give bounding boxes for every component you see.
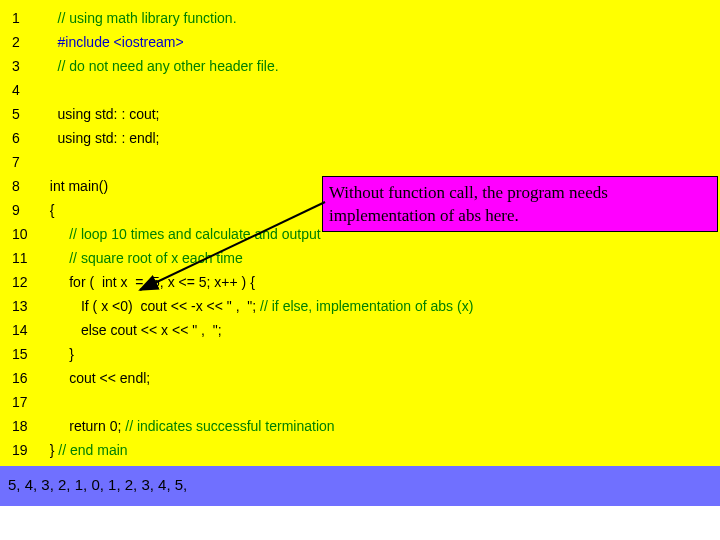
code-text: [42, 390, 720, 414]
code-line: 16 cout << endl;: [0, 366, 720, 390]
code-line: 5 using std: : cout;: [0, 102, 720, 126]
code-text: }: [42, 342, 720, 366]
code-text: return 0; // indicates successful termin…: [42, 414, 720, 438]
code-line: 13 If ( x <0) cout << -x << " , "; // if…: [0, 294, 720, 318]
code-line: 11 // square root of x each time: [0, 246, 720, 270]
code-text: // using math library function.: [42, 6, 720, 30]
code-line: 17: [0, 390, 720, 414]
code-text: #include <iostream>: [42, 30, 720, 54]
code-text: using std: : cout;: [42, 102, 720, 126]
code-line: 2 #include <iostream>: [0, 30, 720, 54]
output-block: 5, 4, 3, 2, 1, 0, 1, 2, 3, 4, 5,: [0, 466, 720, 506]
code-text: [42, 78, 720, 102]
code-text: // square root of x each time: [42, 246, 720, 270]
code-line: 1 // using math library function.: [0, 6, 720, 30]
callout-line1: Without function call, the program needs: [329, 181, 711, 204]
code-text: If ( x <0) cout << -x << " , "; // if el…: [42, 294, 720, 318]
code-line: 19 } // end main: [0, 438, 720, 462]
code-line: 18 return 0; // indicates successful ter…: [0, 414, 720, 438]
code-block: 1 // using math library function. 2 #inc…: [0, 0, 720, 466]
callout-box: Without function call, the program needs…: [322, 176, 718, 232]
lineno: 10: [0, 222, 42, 246]
lineno: 15: [0, 342, 42, 366]
lineno: 14: [0, 318, 42, 342]
code-line: 7: [0, 150, 720, 174]
code-text: cout << endl;: [42, 366, 720, 390]
lineno: 19: [0, 438, 42, 462]
lineno: 1: [0, 6, 42, 30]
code-text: else cout << x << " , ";: [42, 318, 720, 342]
code-text: // do not need any other header file.: [42, 54, 720, 78]
lineno: 16: [0, 366, 42, 390]
code-text: } // end main: [42, 438, 720, 462]
lineno: 17: [0, 390, 42, 414]
lineno: 7: [0, 150, 42, 174]
lineno: 9: [0, 198, 42, 222]
code-line: 4: [0, 78, 720, 102]
lineno: 4: [0, 78, 42, 102]
lineno: 3: [0, 54, 42, 78]
lineno: 13: [0, 294, 42, 318]
code-text: [42, 150, 720, 174]
lineno: 2: [0, 30, 42, 54]
lineno: 8: [0, 174, 42, 198]
lineno: 18: [0, 414, 42, 438]
code-line: 15 }: [0, 342, 720, 366]
lineno: 12: [0, 270, 42, 294]
lineno: 6: [0, 126, 42, 150]
lineno: 5: [0, 102, 42, 126]
lineno: 11: [0, 246, 42, 270]
code-line: 3 // do not need any other header file.: [0, 54, 720, 78]
code-text: using std: : endl;: [42, 126, 720, 150]
code-line: 12 for ( int x = -5; x <= 5; x++ ) {: [0, 270, 720, 294]
code-text: for ( int x = -5; x <= 5; x++ ) {: [42, 270, 720, 294]
code-line: 14 else cout << x << " , ";: [0, 318, 720, 342]
callout-line2: implementation of abs here.: [329, 204, 711, 227]
code-line: 6 using std: : endl;: [0, 126, 720, 150]
output-text: 5, 4, 3, 2, 1, 0, 1, 2, 3, 4, 5,: [8, 476, 187, 493]
